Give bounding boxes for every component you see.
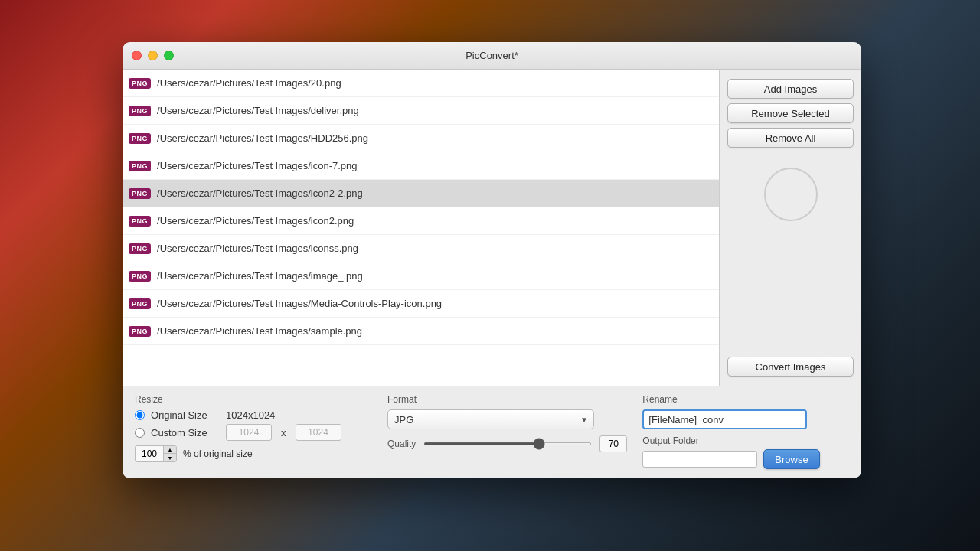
file-item[interactable]: PNG/Users/cezar/Pictures/Test Images/ico… xyxy=(122,235,719,262)
file-item[interactable]: PNG/Users/cezar/Pictures/Test Images/HDD… xyxy=(122,125,719,152)
png-badge: PNG xyxy=(129,78,151,89)
file-item[interactable]: PNG/Users/cezar/Pictures/Test Images/ico… xyxy=(122,152,719,180)
original-size-radio[interactable] xyxy=(135,410,145,420)
png-badge: PNG xyxy=(129,243,151,254)
rename-label: Rename xyxy=(642,394,849,405)
file-path: /Users/cezar/Pictures/Test Images/icon2.… xyxy=(157,215,354,227)
file-path: /Users/cezar/Pictures/Test Images/20.png xyxy=(157,77,341,89)
file-path: /Users/cezar/Pictures/Test Images/image_… xyxy=(157,270,363,282)
remove-all-button[interactable]: Remove All xyxy=(727,128,854,148)
quality-label: Quality xyxy=(387,439,416,449)
quality-value-input[interactable] xyxy=(599,435,627,452)
bottom-row: Resize Original Size 1024x1024 Custom Si… xyxy=(135,394,849,469)
quality-slider[interactable] xyxy=(423,442,592,445)
file-path: /Users/cezar/Pictures/Test Images/delive… xyxy=(157,105,359,116)
format-select[interactable]: JPGPNGBMPGIFTIFFPDF xyxy=(387,409,594,429)
png-badge: PNG xyxy=(129,326,151,337)
png-badge: PNG xyxy=(129,188,151,199)
file-item[interactable]: PNG/Users/cezar/Pictures/Test Images/del… xyxy=(122,97,719,125)
png-badge: PNG xyxy=(129,216,151,227)
rename-section: Rename Output Folder Browse xyxy=(642,394,849,469)
png-badge: PNG xyxy=(129,161,151,171)
right-panel: Add Images Remove Selected Remove All Co… xyxy=(720,70,861,386)
remove-selected-button[interactable]: Remove Selected xyxy=(727,103,854,123)
png-badge: PNG xyxy=(129,133,151,144)
file-item[interactable]: PNG/Users/cezar/Pictures/Test Images/sam… xyxy=(122,318,719,345)
custom-width-input[interactable] xyxy=(226,424,272,441)
file-item[interactable]: PNG/Users/cezar/Pictures/Test Images/ima… xyxy=(122,262,719,290)
percent-stepper: ▲ ▼ xyxy=(163,446,176,461)
custom-size-row: Custom Size x xyxy=(135,424,372,441)
percent-value-input[interactable] xyxy=(136,448,163,459)
main-content: PNG/Users/cezar/Pictures/Test Images/20.… xyxy=(122,70,861,386)
preview-circle xyxy=(764,168,818,221)
maximize-button[interactable] xyxy=(164,51,174,60)
file-path: /Users/cezar/Pictures/Test Images/Media-… xyxy=(157,298,442,309)
bottom-panel: Resize Original Size 1024x1024 Custom Si… xyxy=(122,386,861,478)
rename-input[interactable] xyxy=(642,409,807,429)
traffic-lights xyxy=(132,51,174,60)
percent-up-button[interactable]: ▲ xyxy=(164,446,176,454)
output-row: Browse xyxy=(642,449,849,469)
file-item[interactable]: PNG/Users/cezar/Pictures/Test Images/ico… xyxy=(122,180,719,207)
resize-label: Resize xyxy=(135,394,372,405)
resize-section: Resize Original Size 1024x1024 Custom Si… xyxy=(135,394,372,462)
window-title: PicConvert* xyxy=(466,50,518,61)
file-path: /Users/cezar/Pictures/Test Images/icon2-… xyxy=(157,187,363,199)
percent-label: % of original size xyxy=(183,448,253,459)
convert-images-button[interactable]: Convert Images xyxy=(727,357,854,377)
file-item[interactable]: PNG/Users/cezar/Pictures/Test Images/20.… xyxy=(122,70,719,97)
percent-row: ▲ ▼ % of original size xyxy=(135,445,372,462)
file-path: /Users/cezar/Pictures/Test Images/sample… xyxy=(157,325,362,337)
format-label: Format xyxy=(387,394,627,405)
size-x-separator: x xyxy=(281,427,286,439)
file-list-panel[interactable]: PNG/Users/cezar/Pictures/Test Images/20.… xyxy=(122,70,720,386)
png-badge: PNG xyxy=(129,271,151,282)
add-images-button[interactable]: Add Images xyxy=(727,79,854,99)
percent-down-button[interactable]: ▼ xyxy=(164,454,176,461)
png-badge: PNG xyxy=(129,106,151,116)
browse-button[interactable]: Browse xyxy=(763,449,819,469)
format-section: Format JPGPNGBMPGIFTIFFPDF ▼ Quality xyxy=(387,394,627,452)
custom-height-input[interactable] xyxy=(296,424,341,441)
file-path: /Users/cezar/Pictures/Test Images/iconss… xyxy=(157,243,358,254)
quality-row: Quality xyxy=(387,435,627,452)
main-window: PicConvert* PNG/Users/cezar/Pictures/Tes… xyxy=(122,42,861,478)
percent-input-wrap: ▲ ▼ xyxy=(135,445,177,462)
custom-size-label: Custom Size xyxy=(151,427,220,439)
output-folder-label: Output Folder xyxy=(642,435,849,446)
output-folder-input[interactable] xyxy=(642,451,757,468)
custom-size-radio[interactable] xyxy=(135,428,145,438)
format-select-wrap: JPGPNGBMPGIFTIFFPDF ▼ xyxy=(387,409,594,429)
file-item[interactable]: PNG/Users/cezar/Pictures/Test Images/ico… xyxy=(122,207,719,235)
original-size-label: Original Size xyxy=(151,409,220,421)
original-size-row: Original Size 1024x1024 xyxy=(135,409,372,421)
file-item[interactable]: PNG/Users/cezar/Pictures/Test Images/Med… xyxy=(122,290,719,318)
file-path: /Users/cezar/Pictures/Test Images/icon-7… xyxy=(157,160,358,171)
minimize-button[interactable] xyxy=(148,51,158,60)
original-size-value: 1024x1024 xyxy=(226,409,275,421)
png-badge: PNG xyxy=(129,298,151,309)
titlebar: PicConvert* xyxy=(122,42,861,70)
close-button[interactable] xyxy=(132,51,142,60)
file-path: /Users/cezar/Pictures/Test Images/HDD256… xyxy=(157,132,368,144)
